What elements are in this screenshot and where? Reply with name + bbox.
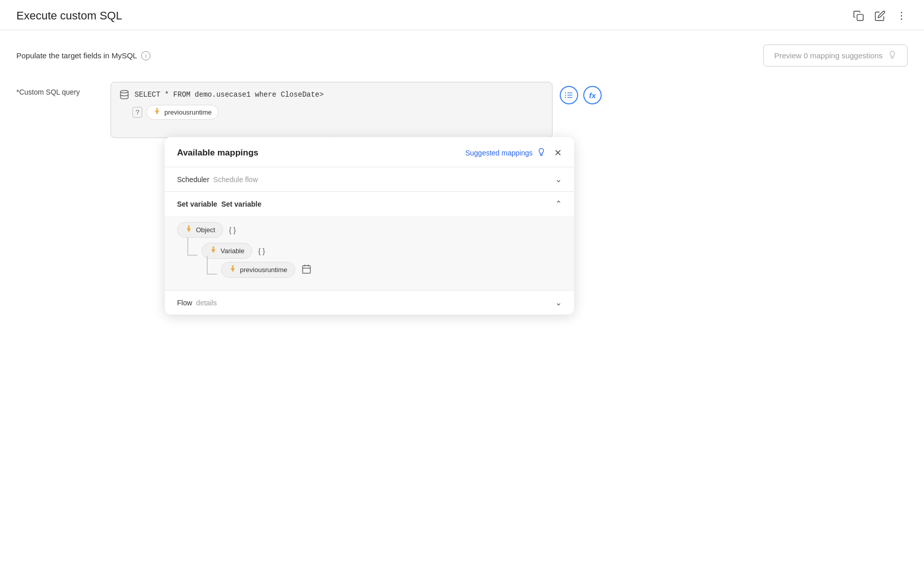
header: Execute custom SQL [0, 0, 924, 30]
preview-button-label: Preview 0 mapping suggestions [774, 51, 883, 60]
svg-point-12 [188, 226, 189, 227]
sub-header: Populate the target fields in MySQL i Pr… [0, 30, 924, 77]
object-tag-label: Object [196, 226, 215, 234]
variable-curly-braces: { } [258, 247, 265, 255]
scheduler-chevron-icon: ⌄ [555, 174, 562, 184]
suggested-mappings-link[interactable]: Suggested mappings [465, 149, 533, 157]
copy-icon[interactable] [852, 10, 865, 22]
sql-editor[interactable]: SELECT * FROM demo.usecase1 where CloseD… [111, 82, 553, 138]
object-tag-icon [185, 225, 193, 235]
question-mark: ? [133, 107, 142, 118]
mappings-header-right: Suggested mappings ✕ [465, 147, 562, 159]
svg-point-11 [565, 97, 566, 98]
main-content: *Custom SQL query SELECT [0, 77, 924, 331]
sql-editor-top: SELECT * FROM demo.usecase1 where CloseD… [119, 90, 544, 100]
info-icon[interactable]: i [141, 51, 150, 60]
page-container: Execute custom SQL [0, 0, 924, 580]
mappings-header: Available mappings Suggested mappings ✕ [165, 137, 574, 167]
svg-point-5 [157, 108, 158, 109]
var-tag-label: previousruntime [164, 108, 212, 116]
edit-icon[interactable] [874, 10, 886, 22]
previousruntime-tag-icon [229, 265, 237, 275]
mappings-title: Available mappings [177, 148, 258, 158]
previousruntime-item-row: previousruntime [207, 260, 562, 282]
svg-point-3 [901, 18, 903, 20]
flow-section-title: Flow details [177, 299, 217, 307]
page-title: Execute custom SQL [16, 9, 122, 23]
setvariable-section: Set variable Set variable ⌃ [165, 191, 574, 290]
close-button[interactable]: ✕ [554, 147, 562, 159]
object-curly-braces: { } [229, 226, 236, 234]
svg-point-9 [565, 92, 566, 93]
svg-rect-15 [302, 265, 310, 273]
sql-query-text: SELECT * FROM demo.usecase1 where CloseD… [135, 91, 324, 99]
sql-editor-wrapper: SELECT * FROM demo.usecase1 where CloseD… [111, 82, 553, 138]
sql-tag-row: ? previousruntime [133, 105, 544, 120]
setvariable-section-title: Set variable Set variable [177, 200, 261, 208]
var-tag-icon [153, 107, 161, 117]
tree-connector-previousruntime [207, 256, 217, 275]
svg-point-4 [121, 91, 128, 93]
more-icon[interactable] [895, 10, 908, 22]
setvariable-section-body: Object { } [165, 216, 574, 290]
variable-tag-icon [209, 246, 217, 256]
svg-point-2 [901, 15, 903, 17]
scheduler-section-header[interactable]: Scheduler Schedule flow ⌄ [165, 167, 574, 191]
tree-connector-variable [187, 237, 197, 256]
setvariable-section-header[interactable]: Set variable Set variable ⌃ [165, 192, 574, 216]
sql-label: *Custom SQL query [16, 82, 98, 96]
object-item-row: Object { } [177, 220, 562, 240]
available-mappings-popup: Available mappings Suggested mappings ✕ [165, 137, 574, 315]
scheduler-section: Scheduler Schedule flow ⌄ [165, 167, 574, 191]
sub-header-description: Populate the target fields in MySQL i [16, 51, 150, 60]
list-icon-button[interactable] [560, 86, 578, 104]
setvariable-chevron-icon: ⌃ [555, 199, 562, 209]
bulb-icon [888, 50, 897, 61]
fx-icon-button[interactable]: fx [583, 86, 602, 104]
flow-section: Flow details ⌄ [165, 290, 574, 315]
svg-point-1 [901, 12, 903, 13]
suggested-bulb-icon[interactable] [537, 147, 546, 159]
preview-mapping-button[interactable]: Preview 0 mapping suggestions [763, 44, 908, 66]
description-text: Populate the target fields in MySQL [16, 51, 137, 60]
sql-row: *Custom SQL query SELECT [16, 82, 908, 138]
variable-item-row: Variable { } [187, 240, 562, 260]
var-tag-previousruntime[interactable]: previousruntime [146, 105, 218, 120]
scheduler-section-title: Scheduler Schedule flow [177, 175, 258, 184]
header-icons [852, 10, 908, 22]
previousruntime-tag-label: previousruntime [240, 266, 288, 274]
sql-action-icons: fx [560, 82, 602, 104]
svg-point-13 [212, 247, 214, 248]
svg-point-14 [232, 265, 233, 267]
fx-label: fx [589, 91, 596, 100]
flow-section-header[interactable]: Flow details ⌄ [165, 291, 574, 315]
flow-chevron-icon: ⌄ [555, 298, 562, 307]
variable-tag-label: Variable [221, 247, 245, 255]
svg-rect-0 [857, 14, 863, 20]
database-icon [119, 90, 129, 100]
calendar-icon [301, 264, 312, 276]
svg-point-10 [565, 95, 566, 96]
object-tag[interactable]: Object [177, 222, 223, 238]
previousruntime-tag[interactable]: previousruntime [221, 262, 295, 278]
